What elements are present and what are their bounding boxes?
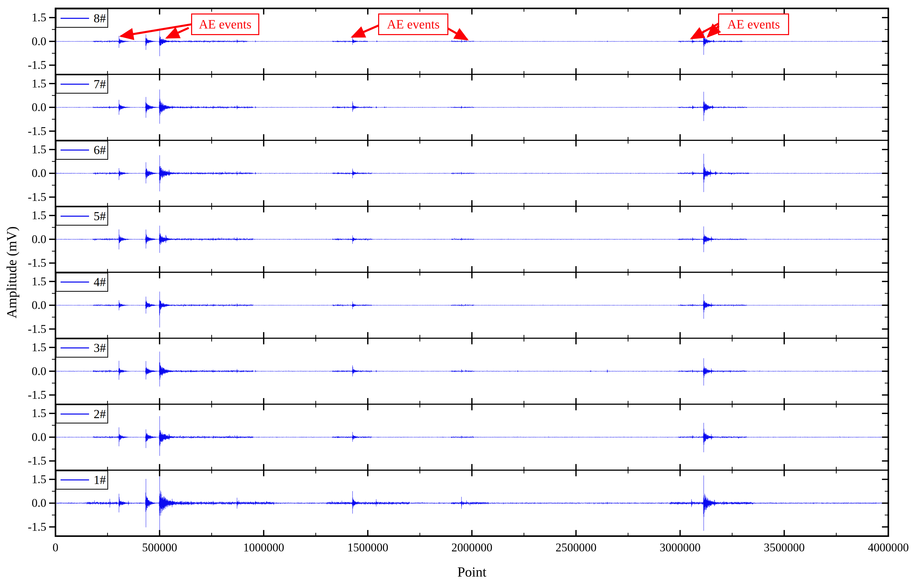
legend: 5# bbox=[56, 207, 108, 226]
legend-label: 1# bbox=[94, 474, 106, 486]
legend: 3# bbox=[56, 339, 108, 358]
legend-line-sample bbox=[61, 150, 89, 150]
legend-label: 8# bbox=[94, 12, 106, 24]
legend-line-sample bbox=[61, 84, 89, 85]
y-tick-label: -1.5 bbox=[0, 388, 46, 402]
x-tick-label: 500000 bbox=[116, 541, 203, 554]
y-tick-label: 0.0 bbox=[0, 430, 46, 444]
y-tick-label: -1.5 bbox=[0, 190, 46, 204]
y-tick-label: 1.5 bbox=[0, 77, 46, 90]
legend-label: 4# bbox=[94, 276, 106, 288]
y-tick-label: 1.5 bbox=[0, 473, 46, 486]
legend-label: 5# bbox=[94, 210, 106, 222]
y-tick-label: -1.5 bbox=[0, 520, 46, 534]
legend: 2# bbox=[56, 404, 108, 423]
x-tick-label: 1500000 bbox=[324, 541, 411, 554]
legend: 8# bbox=[56, 9, 108, 28]
legend-line-sample bbox=[61, 480, 89, 480]
ae-waveform-figure: Amplitude (mV) Point 1.50.0-1.51.50.0-1.… bbox=[0, 0, 913, 588]
y-tick-label: 1.5 bbox=[0, 208, 46, 222]
y-tick-label: 0.0 bbox=[0, 166, 46, 180]
y-tick-label: 0.0 bbox=[0, 233, 46, 246]
legend-line-sample bbox=[61, 347, 89, 349]
y-tick-label: -1.5 bbox=[0, 322, 46, 336]
legend: 4# bbox=[56, 273, 108, 292]
y-tick-label: 1.5 bbox=[0, 11, 46, 24]
y-tick-label: 0.0 bbox=[0, 100, 46, 114]
y-tick-label: 0.0 bbox=[0, 365, 46, 378]
y-tick-label: -1.5 bbox=[0, 454, 46, 468]
y-tick-label: -1.5 bbox=[0, 256, 46, 270]
legend-line-sample bbox=[61, 414, 89, 415]
legend-label: 7# bbox=[94, 78, 106, 90]
y-tick-label: 0.0 bbox=[0, 496, 46, 510]
legend-line-sample bbox=[61, 216, 89, 217]
y-tick-label: 1.5 bbox=[0, 143, 46, 157]
y-tick-label: 1.5 bbox=[0, 406, 46, 420]
x-tick-label: 3000000 bbox=[637, 541, 724, 554]
x-tick-label: 2500000 bbox=[533, 541, 619, 554]
y-tick-label: 1.5 bbox=[0, 341, 46, 354]
ae-events-annotation: AE events bbox=[718, 13, 789, 35]
legend: 1# bbox=[56, 470, 108, 489]
y-tick-label: -1.5 bbox=[0, 58, 46, 72]
legend-label: 6# bbox=[94, 144, 106, 156]
legend-label: 3# bbox=[94, 342, 106, 354]
x-tick-label: 2000000 bbox=[429, 541, 515, 554]
y-tick-label: 0.0 bbox=[0, 35, 46, 48]
x-axis-title: Point bbox=[429, 564, 515, 580]
ae-events-annotation: AE events bbox=[378, 13, 448, 35]
legend-line-sample bbox=[61, 281, 89, 283]
x-tick-label: 1000000 bbox=[220, 541, 307, 554]
x-tick-label: 4000000 bbox=[845, 541, 913, 554]
legend-line-sample bbox=[61, 18, 89, 19]
legend: 7# bbox=[56, 74, 108, 94]
ae-events-annotation: AE events bbox=[191, 13, 259, 35]
legend: 6# bbox=[56, 141, 108, 160]
x-tick-label: 0 bbox=[12, 541, 99, 554]
y-tick-label: 1.5 bbox=[0, 275, 46, 288]
y-tick-label: 0.0 bbox=[0, 298, 46, 312]
x-tick-label: 3500000 bbox=[741, 541, 827, 554]
legend-label: 2# bbox=[94, 408, 106, 420]
waveform-panels-canvas bbox=[0, 0, 913, 588]
y-tick-label: -1.5 bbox=[0, 124, 46, 138]
